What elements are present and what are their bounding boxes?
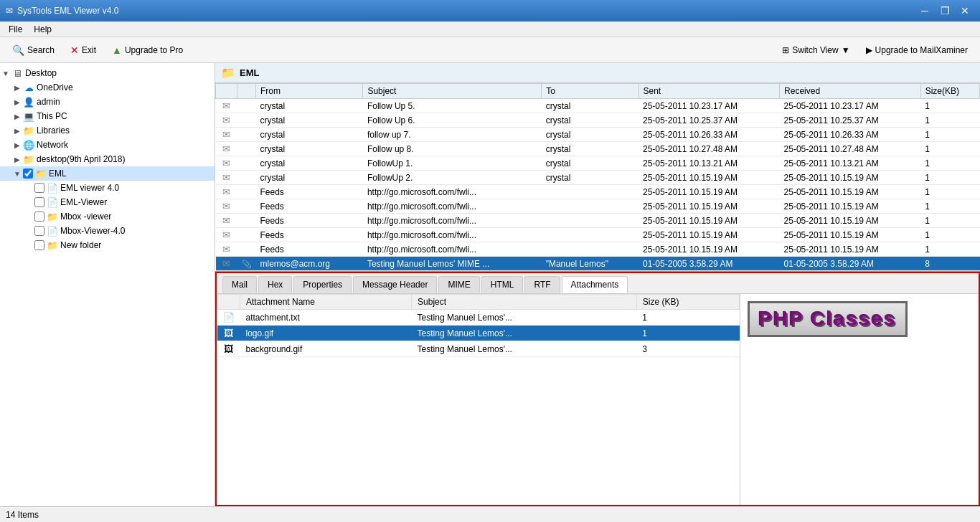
switch-view-chevron: ▼ — [842, 45, 850, 55]
email-icon: ✉ — [222, 172, 230, 183]
tree-item-emlviewer[interactable]: 📄EML viewer 4.0 — [0, 181, 215, 195]
cell-icon: ✉ — [216, 199, 237, 214]
menu-file[interactable]: File — [3, 23, 28, 36]
table-row[interactable]: ✉ crystal Follow up 8. crystal 25-05-201… — [216, 142, 980, 156]
tree-item-newfolder[interactable]: 📁New folder — [0, 238, 215, 252]
status-bar: 14 Items — [0, 506, 980, 522]
maximize-button[interactable]: ❐ — [936, 4, 954, 18]
tree-checkbox-mboxviewer4[interactable] — [34, 226, 44, 236]
th-icon[interactable] — [216, 84, 237, 99]
attachment-header-row: Attachment Name Subject Size (KB) — [217, 295, 740, 310]
tree-item-desktop9april[interactable]: ▶📁desktop(9th April 2018) — [0, 152, 215, 166]
tree-item-thispc[interactable]: ▶💻This PC — [0, 109, 215, 123]
switch-view-button[interactable]: ⊞ Switch View ▼ — [776, 42, 856, 59]
tree-toggle-admin: ▶ — [11, 98, 23, 106]
tree-item-onedrive[interactable]: ▶☁OneDrive — [0, 80, 215, 95]
ath-subject[interactable]: Subject — [412, 295, 637, 310]
table-row[interactable]: ✉ crystal FollowUp 1. crystal 25-05-2011… — [216, 156, 980, 171]
tab-mime[interactable]: MIME — [438, 276, 479, 293]
tree-item-emlviewer2[interactable]: 📄EML-Viewer — [0, 195, 215, 209]
th-received[interactable]: Received — [780, 84, 921, 99]
tab-rtf[interactable]: RTF — [524, 276, 560, 293]
attachment-row[interactable]: 🖼 background.gif Testing Manuel Lemos'..… — [217, 341, 740, 357]
tree-item-admin[interactable]: ▶👤admin — [0, 95, 215, 109]
tab-attachments[interactable]: Attachments — [562, 276, 628, 293]
tree-item-mboxviewer4[interactable]: 📄Mbox-Viewer-4.0 — [0, 224, 215, 238]
tree-icon-admin: 👤 — [23, 96, 34, 108]
attachment-row[interactable]: 🖼 logo.gif Testing Manuel Lemos'... 1 — [217, 326, 740, 341]
table-row[interactable]: ✉ Feeds http://go.microsoft.com/fwli... … — [216, 214, 980, 228]
th-size[interactable]: Size(KB) — [920, 84, 979, 99]
tree-icon-newfolder: 📁 — [47, 239, 58, 251]
tree-item-eml[interactable]: ▼📁EML — [0, 166, 215, 181]
menu-help[interactable]: Help — [28, 23, 57, 36]
search-button[interactable]: 🔍 Search — [6, 41, 61, 60]
ath-size[interactable]: Size (KB) — [636, 295, 739, 310]
table-row[interactable]: ✉ Feeds http://go.microsoft.com/fwli... … — [216, 185, 980, 199]
upgrade-mail-button[interactable]: ▶ Upgrade to MailXaminer — [859, 42, 974, 59]
email-icon: ✉ — [222, 115, 230, 125]
attachment-row[interactable]: 📄 attachment.txt Testing Manuel Lemos'..… — [217, 310, 740, 326]
tree-item-desktop[interactable]: ▼🖥Desktop — [0, 66, 215, 80]
attach-cell-subject: Testing Manuel Lemos'... — [412, 341, 637, 357]
th-attach[interactable] — [237, 84, 256, 99]
th-to[interactable]: To — [542, 84, 639, 99]
tree-item-network[interactable]: ▶🌐Network — [0, 138, 215, 152]
title-bar-controls: ─ ❐ ✕ — [915, 4, 974, 18]
email-table-container[interactable]: From Subject To Sent Received Size(KB) ✉… — [215, 83, 980, 272]
tree-item-libraries[interactable]: ▶📁Libraries — [0, 123, 215, 138]
table-row[interactable]: ✉ crystal Follow Up 5. crystal 25-05-201… — [216, 99, 980, 113]
email-icon: ✉ — [222, 158, 230, 169]
table-row[interactable]: ✉ Feeds http://go.microsoft.com/fwli... … — [216, 228, 980, 242]
table-row[interactable]: ✉ Feeds http://go.microsoft.com/fwli... … — [216, 242, 980, 257]
th-subject[interactable]: Subject — [363, 84, 542, 99]
cell-subject: http://go.microsoft.com/fwli... — [363, 214, 542, 228]
tree-checkbox-emlviewer[interactable] — [34, 183, 44, 193]
cell-attach — [237, 171, 256, 185]
table-row[interactable]: ✉ 📎 mlemos@acm.org Testing Manuel Lemos'… — [216, 257, 980, 271]
table-row[interactable]: ✉ crystal follow up 7. crystal 25-05-201… — [216, 128, 980, 142]
tab-hex[interactable]: Hex — [258, 276, 292, 293]
table-row[interactable]: ✉ Feeds http://go.microsoft.com/fwli... … — [216, 199, 980, 214]
cell-size: 1 — [920, 228, 979, 242]
tab-html[interactable]: HTML — [481, 276, 524, 293]
attach-cell-icon: 🖼 — [217, 326, 240, 341]
tab-messageheader[interactable]: Message Header — [353, 276, 437, 293]
exit-button[interactable]: ✕ Exit — [64, 41, 103, 60]
email-icon: ✉ — [222, 100, 230, 111]
cell-received: 25-05-2011 10.15.19 AM — [780, 185, 921, 199]
search-label: Search — [27, 45, 55, 55]
upgrade-button[interactable]: ▲ Upgrade to Pro — [105, 41, 189, 60]
email-icon: ✉ — [222, 129, 230, 140]
tree-checkbox-newfolder[interactable] — [34, 240, 44, 250]
tab-mail[interactable]: Mail — [222, 276, 257, 293]
th-from[interactable]: From — [256, 84, 363, 99]
attach-cell-subject: Testing Manuel Lemos'... — [412, 326, 637, 341]
attachment-preview: PHP Classes — [740, 294, 979, 505]
tree-toggle-desktop9april: ▶ — [11, 156, 23, 163]
tree-checkbox-emlviewer2[interactable] — [34, 197, 44, 207]
ath-icon[interactable] — [217, 295, 240, 310]
tree-toggle-desktop: ▼ — [0, 70, 11, 77]
cell-subject: http://go.microsoft.com/fwli... — [363, 242, 542, 257]
tree-item-mboxviewer[interactable]: 📁Mbox -viewer — [0, 209, 215, 224]
main-layout: ▼🖥Desktop▶☁OneDrive▶👤admin▶💻This PC▶📁Lib… — [0, 63, 980, 506]
th-sent[interactable]: Sent — [639, 84, 780, 99]
upgrade-mail-icon: ▶ — [866, 45, 872, 55]
ath-name[interactable]: Attachment Name — [240, 295, 412, 310]
table-row[interactable]: ✉ crystal Follow Up 6. crystal 25-05-201… — [216, 113, 980, 128]
table-row[interactable]: ✉ crystal FollowUp 2. crystal 25-05-2011… — [216, 171, 980, 185]
tree-checkbox-mboxviewer[interactable] — [34, 212, 44, 222]
cell-from: crystal — [256, 156, 363, 171]
close-button[interactable]: ✕ — [956, 4, 974, 18]
tree-label-eml: EML — [49, 169, 67, 179]
minimize-button[interactable]: ─ — [915, 4, 934, 18]
tab-properties[interactable]: Properties — [293, 276, 352, 293]
switch-view-icon: ⊞ — [782, 45, 789, 55]
app-icon: ✉ — [6, 6, 13, 16]
cell-icon: ✉ — [216, 171, 237, 185]
tree-label-desktop9april: desktop(9th April 2018) — [37, 154, 125, 164]
attach-cell-size: 3 — [636, 341, 739, 357]
tree-checkbox-eml[interactable] — [23, 169, 33, 179]
cell-received: 25-05-2011 10.15.19 AM — [780, 214, 921, 228]
